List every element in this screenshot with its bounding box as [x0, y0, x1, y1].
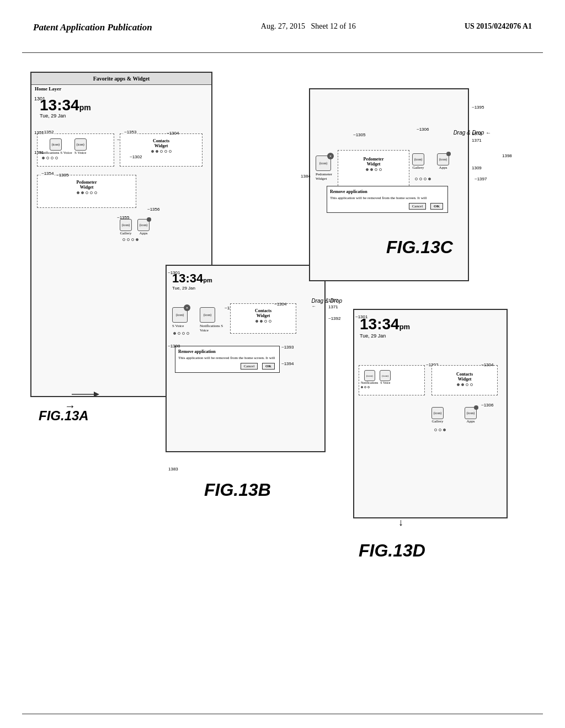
fig13c-gallery-icon: (icon) Gallery — [412, 153, 424, 170]
ref-1305-a: ~1305 — [56, 173, 68, 178]
ref-1395-c: ~1395 — [472, 105, 484, 110]
ref-1391: 1391 — [34, 150, 44, 155]
fig13a-layer-label: Home Layer — [34, 85, 62, 93]
ref-1371-c: 1371 — [472, 138, 482, 143]
ref-1304-a: ~1304 — [167, 131, 179, 136]
ref-1301-b: ~1301 — [168, 270, 180, 275]
fig13c-apps-icon: (icon) Apps — [437, 153, 449, 170]
ref-1351: 1351 — [34, 130, 44, 135]
fig13d-arrow: ↓ — [398, 517, 403, 528]
ref-1394-b: ~1394 — [281, 361, 294, 366]
fig13b-remove-dialog: Remove application This application will… — [175, 346, 280, 373]
fig13d-notifications-widget: (icon) Notifications (icon) S Voice — [359, 365, 425, 395]
fig13b-contacts-widget: ContactsWidget — [230, 303, 296, 334]
ref-1393-b: ~1393 — [281, 345, 294, 350]
ref-1355: ~1355 — [117, 215, 129, 220]
page-header: Patent Application Publication Aug. 27, … — [0, 22, 565, 33]
ref-1384-c: 1384 — [301, 174, 311, 179]
fig13d-phone: 13:34pm Tue, 29 Jan ~1301 (icon) Notific… — [353, 309, 508, 518]
arrow-13a-to-13b — [72, 386, 99, 403]
ref-1304-d: ~1304 — [481, 362, 493, 367]
ref-1301-d: ~1301 — [355, 314, 367, 319]
ref-1383-b: 1383 — [168, 467, 178, 472]
annot-1302-upper: ~1302 — [130, 154, 142, 159]
fig13d-gallery-icon: (icon) Gallery — [431, 406, 444, 424]
svg-marker-1 — [94, 392, 99, 397]
fig13c-drag-drop: Drag & Drop ← — [454, 130, 491, 136]
header-divider — [22, 52, 543, 53]
fig13b-notifications-icon: (icon) Notifications S Voice — [200, 307, 230, 333]
ref-1305-c: ~1305 — [353, 132, 365, 137]
fig13d-label: FIG.13D — [359, 540, 425, 561]
fig13c-container: (icon) × Pedometer Widget PedometerWidge… — [298, 72, 519, 336]
ref-1356: ~1356 — [147, 207, 159, 212]
ref-1397-c: ~1397 — [475, 176, 487, 181]
footer-divider — [22, 714, 543, 714]
fig13c-label: FIG.13C — [386, 237, 453, 258]
fig13a-widget-contacts: ~1353 ContactsWidget — [120, 133, 202, 167]
fig13a-title-bar: Favorite apps & Widget — [31, 73, 211, 85]
fig13d-contacts-widget: ContactsWidget — [431, 365, 498, 395]
fig13b-label: FIG.13B — [204, 480, 271, 500]
header-left: Patent Application Publication — [33, 22, 152, 33]
fig13a-widget-notifications: ~1352 (icon) Notifications S Voice (icon… — [37, 133, 114, 167]
fig13a-icons-row: (icon) Gallery (icon) Apps — [120, 219, 150, 235]
ref-1306-c: ~1306 — [417, 127, 429, 132]
ref-1306-d: ~1306 — [481, 403, 493, 408]
fig13a-time-area: 13:34pm Tue, 29 Jan — [40, 98, 91, 119]
fig13d-container: 13:34pm Tue, 29 Jan ~1301 (icon) Notific… — [353, 309, 546, 574]
fig13c-remove-dialog: Remove application This application will… — [327, 186, 448, 213]
fig13d-apps-icon: (icon) Apps — [465, 406, 477, 424]
ref-1398-c: 1398 — [502, 153, 512, 158]
fig13b-svoice-icon: (icon) × S Voice — [172, 307, 188, 328]
header-center: Aug. 27, 2015 Sheet 12 of 16 — [261, 22, 356, 31]
ref-1304-b: ~1304 — [274, 302, 286, 307]
fig13c-pedometer-widget: PedometerWidget — [338, 150, 409, 189]
fig13a-label: FIG.13A — [39, 408, 89, 424]
fig13a-widget-pedometer: ~1354 PedometerWidget — [37, 175, 136, 208]
ref-1301-a: 1301 — [34, 96, 45, 101]
ref-1308: ~1308 — [168, 344, 180, 349]
header-right: US 2015/0242076 A1 — [465, 22, 532, 31]
ref-1309-c: 1309 — [472, 165, 482, 170]
